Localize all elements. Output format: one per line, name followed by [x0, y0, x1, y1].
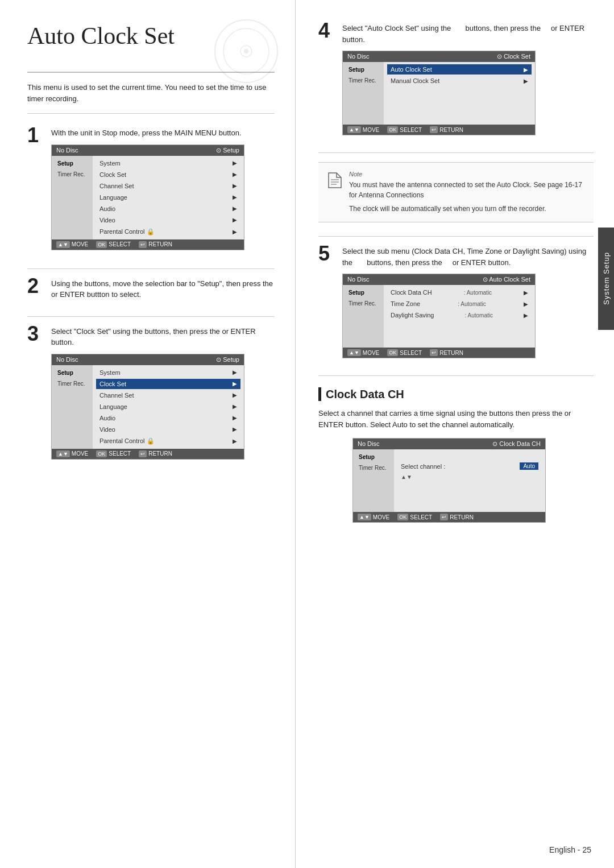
menu-4-header-left: No Disc	[347, 53, 370, 60]
menu-cd-footer-return: ↩ RETURN	[440, 514, 474, 520]
section-body-text: Select a channel that carries a time sig…	[318, 408, 594, 430]
clock-data-section: Clock Data CH Select a channel that carr…	[318, 387, 594, 523]
step-4-content: Select "Auto Clock Set" using the button…	[342, 23, 594, 143]
note-box: Note You must have the antenna connected…	[318, 162, 594, 222]
note-icon	[326, 171, 342, 214]
menu-3-sidebar-setup: Setup	[55, 369, 89, 377]
menu-1-item-language: Language▶	[96, 192, 240, 202]
menu-1-header: No Disc ⊙ Setup	[52, 145, 244, 156]
menu-1-footer-select: OK SELECT	[96, 241, 131, 248]
menu-cd-select-channel: Select channel : Auto	[397, 461, 542, 472]
menu-1-sidebar: Setup Timer Rec.	[52, 156, 93, 239]
menu-1-footer-return: ↩ RETURN	[139, 241, 172, 248]
section-title-text: Clock Data CH	[326, 388, 404, 401]
menu-1-header-right: ⊙ Setup	[216, 147, 239, 154]
menu-3-body: Setup Timer Rec. System▶ Clock Set▶ Chan…	[52, 365, 244, 449]
menu-4-footer-select: OK SELECT	[387, 126, 422, 133]
step-3-text: Select "Clock Set" using the buttons, th…	[51, 326, 275, 348]
step-3: 3 Select "Clock Set" using the buttons, …	[27, 326, 275, 468]
step-4-menu: No Disc ⊙ Clock Set Setup Timer Rec. Aut…	[342, 51, 536, 135]
menu-cd-header-right: ⊙ Clock Data CH	[492, 440, 541, 448]
menu-1-sidebar-setup: Setup	[55, 159, 89, 168]
menu-3-footer-select: OK SELECT	[96, 450, 131, 457]
step-2-text: Using the buttons, move the selection ba…	[51, 278, 275, 300]
menu-4-footer-move: ▲▼ MOVE	[347, 126, 379, 133]
menu-5-header-right: ⊙ Auto Clock Set	[483, 276, 530, 283]
menu-cd-footer-select: OK SELECT	[397, 514, 432, 520]
step-4: 4 Select "Auto Clock Set" using the butt…	[318, 23, 594, 143]
menu-4-body: Setup Timer Rec. Auto Clock Set▶ Manual …	[343, 62, 535, 125]
menu-5-item-timezone: Time Zone : Automatic ▶	[387, 299, 532, 309]
menu-5-main: Clock Data CH : Automatic ▶ Time Zone : …	[384, 285, 535, 348]
menu-cd-header: No Disc ⊙ Clock Data CH	[353, 439, 545, 449]
right-column: 4 Select "Auto Clock Set" using the butt…	[296, 0, 614, 868]
menu-1-item-system: System▶	[96, 158, 240, 168]
menu-1-sidebar-timer: Timer Rec.	[55, 170, 89, 179]
menu-1-footer-move: ▲▼ MOVE	[56, 241, 88, 248]
step-5: 5 Select the sub menu (Clock Data CH, Ti…	[318, 246, 594, 366]
step-5-number: 5	[318, 243, 334, 366]
divider-4	[318, 152, 594, 153]
menu-5-footer-move: ▲▼ MOVE	[347, 349, 379, 356]
menu-3-item-video: Video▶	[96, 424, 240, 435]
menu-cd-main: Select channel : Auto ▲▼	[394, 449, 545, 512]
step-5-content: Select the sub menu (Clock Data CH, Time…	[342, 246, 594, 366]
menu-3-footer-return: ↩ RETURN	[139, 450, 172, 457]
menu-5-footer: ▲▼ MOVE OK SELECT ↩ RETURN	[343, 348, 535, 358]
menu-3-item-parental: Parental Control 🔒▶	[96, 436, 240, 447]
select-channel-label: Select channel :	[401, 463, 445, 470]
menu-1-item-video: Video▶	[96, 215, 240, 225]
menu-3-item-clock: Clock Set▶	[96, 379, 240, 389]
menu-5-item-clockdata: Clock Data CH : Automatic ▶	[387, 287, 532, 297]
step-1-content: With the unit in Stop mode, press the MA…	[51, 127, 275, 258]
menu-4-footer: ▲▼ MOVE OK SELECT ↩ RETURN	[343, 125, 535, 135]
menu-4-footer-return: ↩ RETURN	[430, 126, 463, 133]
menu-5-sidebar: Setup Timer Rec.	[343, 285, 384, 348]
menu-cd-footer: ▲▼ MOVE OK SELECT ↩ RETURN	[353, 512, 545, 522]
menu-1-item-audio: Audio▶	[96, 204, 240, 214]
menu-3-sidebar: Setup Timer Rec.	[52, 365, 93, 449]
svg-point-3	[244, 49, 248, 53]
step-2: 2 Using the buttons, move the selection …	[27, 278, 275, 306]
page-footer: English - 25	[549, 845, 591, 854]
channel-arrows: ▲▼	[397, 473, 542, 481]
step-1-menu: No Disc ⊙ Setup Setup Timer Rec. System▶…	[51, 144, 244, 250]
menu-5-header: No Disc ⊙ Auto Clock Set	[343, 274, 535, 285]
menu-4-sidebar: Setup Timer Rec.	[343, 62, 384, 125]
menu-4-item-manual: Manual Clock Set▶	[387, 76, 532, 86]
menu-1-main: System▶ Clock Set▶ Channel Set▶ Language…	[93, 156, 244, 239]
menu-4-main: Auto Clock Set▶ Manual Clock Set▶	[384, 62, 535, 125]
menu-cd-footer-move: ▲▼ MOVE	[358, 514, 389, 520]
menu-5-header-left: No Disc	[347, 276, 370, 283]
menu-5-footer-select: OK SELECT	[387, 349, 422, 356]
menu-cd-header-left: No Disc	[358, 440, 380, 448]
clock-data-menu: No Disc ⊙ Clock Data CH Setup Timer Rec.…	[352, 438, 546, 523]
menu-1-item-parental: Parental Control 🔒▶	[96, 226, 240, 237]
menu-cd-body: Setup Timer Rec. Select channel : Auto ▲…	[353, 449, 545, 512]
step-2-number: 2	[27, 276, 43, 306]
step-4-number: 4	[318, 20, 334, 143]
step-3-number: 3	[27, 324, 43, 468]
disc-graphic	[212, 17, 280, 85]
auto-label: Auto	[520, 462, 538, 470]
section-title: Clock Data CH	[318, 387, 594, 401]
menu-1-body: Setup Timer Rec. System▶ Clock Set▶ Chan…	[52, 156, 244, 239]
menu-cd-sidebar: Setup Timer Rec.	[353, 449, 394, 512]
menu-1-footer: ▲▼ MOVE OK SELECT ↩ RETURN	[52, 239, 244, 250]
step-4-text: Select "Auto Clock Set" using the button…	[342, 23, 594, 45]
menu-5-body: Setup Timer Rec. Clock Data CH : Automat…	[343, 285, 535, 348]
step-1-number: 1	[27, 125, 43, 258]
step-5-menu: No Disc ⊙ Auto Clock Set Setup Timer Rec…	[342, 274, 536, 358]
menu-3-header: No Disc ⊙ Setup	[52, 354, 244, 365]
step-1: 1 With the unit in Stop mode, press the …	[27, 127, 275, 258]
menu-4-header-right: ⊙ Clock Set	[497, 53, 530, 60]
intro-text: This menu is used to set the current tim…	[27, 82, 275, 114]
menu-3-footer-move: ▲▼ MOVE	[56, 450, 88, 457]
menu-3-footer: ▲▼ MOVE OK SELECT ↩ RETURN	[52, 449, 244, 459]
divider-5	[318, 375, 594, 376]
menu-3-main: System▶ Clock Set▶ Channel Set▶ Language…	[93, 365, 244, 449]
menu-5-sidebar-timer: Timer Rec.	[346, 299, 380, 308]
menu-5-item-daylight: Daylight Saving : Automatic ▶	[387, 310, 532, 320]
system-setup-tab: System Setup	[598, 228, 614, 330]
left-column: Auto Clock Set This menu is used to set …	[0, 0, 296, 868]
